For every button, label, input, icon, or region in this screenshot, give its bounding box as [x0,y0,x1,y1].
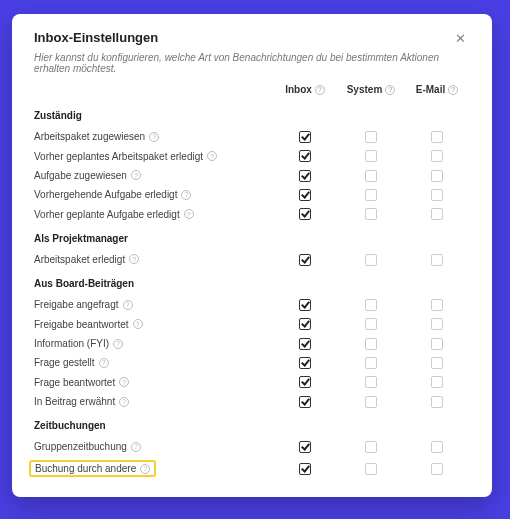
checkbox[interactable] [299,299,311,311]
help-icon[interactable]: ? [448,85,458,95]
checkbox[interactable] [365,208,377,220]
setting-label: Arbeitspaket erledigt? [34,254,272,265]
checkbox-cell [272,395,338,407]
checkbox[interactable] [365,441,377,453]
setting-text: Buchung durch andere [35,463,136,474]
checkbox[interactable] [365,396,377,408]
checkbox[interactable] [431,376,443,388]
setting-row: Aufgabe zugewiesen? [34,166,470,185]
checkbox[interactable] [299,150,311,162]
setting-text: Freigabe angefragt [34,299,119,310]
checkbox[interactable] [299,463,311,475]
checkbox[interactable] [431,441,443,453]
help-icon[interactable]: ? [99,358,109,368]
section-heading: Aus Board-Beiträgen [34,269,470,295]
checkbox[interactable] [299,376,311,388]
checkbox[interactable] [431,170,443,182]
setting-row: Gruppenzeitbuchung? [34,437,470,456]
checkbox[interactable] [365,338,377,350]
checkbox-cell [272,189,338,201]
setting-label: Frage gestellt? [34,357,272,368]
checkbox[interactable] [431,299,443,311]
checkbox-cell [404,441,470,453]
checkbox-cell [338,441,404,453]
checkbox-cell [404,150,470,162]
section-heading: Zeitbuchungen [34,411,470,437]
checkbox-cell [338,253,404,265]
help-icon[interactable]: ? [131,442,141,452]
checkbox[interactable] [299,170,311,182]
checkbox-cell [404,208,470,220]
checkbox[interactable] [299,131,311,143]
checkbox-cell [338,376,404,388]
checkbox[interactable] [365,318,377,330]
setting-text: Gruppenzeitbuchung [34,441,127,452]
checkbox[interactable] [299,441,311,453]
checkbox-cell [272,131,338,143]
checkbox-cell [338,299,404,311]
help-icon[interactable]: ? [119,397,129,407]
help-icon[interactable]: ? [140,464,150,474]
help-icon[interactable]: ? [207,151,217,161]
setting-row: Information (FYI)? [34,334,470,353]
checkbox[interactable] [299,318,311,330]
checkbox[interactable] [431,463,443,475]
checkbox[interactable] [299,208,311,220]
help-icon[interactable]: ? [133,319,143,329]
checkbox[interactable] [365,131,377,143]
checkbox-cell [404,376,470,388]
checkbox[interactable] [431,189,443,201]
checkbox-cell [338,169,404,181]
close-icon[interactable]: ✕ [451,30,470,47]
checkbox[interactable] [299,396,311,408]
checkbox[interactable] [365,376,377,388]
checkbox[interactable] [299,338,311,350]
checkbox[interactable] [431,150,443,162]
checkbox[interactable] [431,396,443,408]
setting-text: Aufgabe zugewiesen [34,170,127,181]
checkbox-cell [338,131,404,143]
setting-text: Information (FYI) [34,338,109,349]
checkbox-cell [272,150,338,162]
checkbox-cell [272,299,338,311]
checkbox-cell [404,169,470,181]
checkbox[interactable] [365,299,377,311]
help-icon[interactable]: ? [113,339,123,349]
checkbox-cell [338,189,404,201]
checkbox[interactable] [365,357,377,369]
checkbox[interactable] [431,338,443,350]
checkbox[interactable] [365,463,377,475]
setting-row: Frage beantwortet? [34,373,470,392]
checkbox[interactable] [299,254,311,266]
checkbox-cell [272,169,338,181]
checkbox[interactable] [431,208,443,220]
checkbox-cell [272,462,338,474]
setting-row: Arbeitspaket erledigt? [34,250,470,269]
help-icon[interactable]: ? [149,132,159,142]
checkbox[interactable] [299,357,311,369]
help-icon[interactable]: ? [315,85,325,95]
checkbox[interactable] [365,150,377,162]
checkbox[interactable] [365,170,377,182]
help-icon[interactable]: ? [184,209,194,219]
setting-text: Vorhergehende Aufgabe erledigt [34,189,177,200]
checkbox[interactable] [365,254,377,266]
checkbox[interactable] [431,357,443,369]
checkbox[interactable] [431,318,443,330]
setting-label: Vorher geplante Aufgabe erledigt? [34,209,272,220]
checkbox-cell [404,189,470,201]
checkbox[interactable] [299,189,311,201]
inbox-settings-modal: Inbox-Einstellungen ✕ Hier kannst du kon… [12,14,492,497]
checkbox[interactable] [431,131,443,143]
help-icon[interactable]: ? [385,85,395,95]
help-icon[interactable]: ? [129,254,139,264]
checkbox[interactable] [365,189,377,201]
checkbox[interactable] [431,254,443,266]
setting-row: Vorher geplantes Arbeitspaket erledigt? [34,146,470,165]
checkbox-cell [404,462,470,474]
help-icon[interactable]: ? [181,190,191,200]
help-icon[interactable]: ? [119,377,129,387]
help-icon[interactable]: ? [131,170,141,180]
help-icon[interactable]: ? [123,300,133,310]
setting-label: In Beitrag erwähnt? [34,396,272,407]
